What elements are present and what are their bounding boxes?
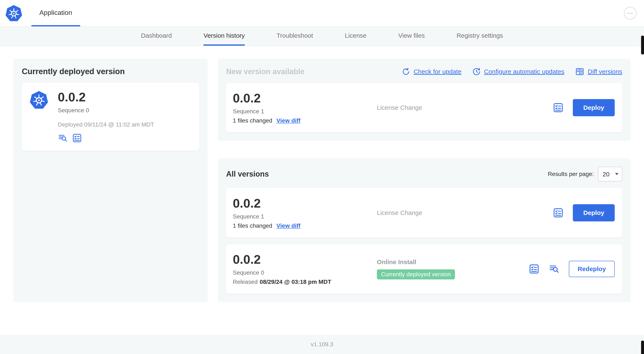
tab-label: Dashboard — [141, 32, 172, 39]
kubernetes-logo-icon — [5, 0, 22, 26]
files-changed-label: 1 files changed — [233, 117, 272, 124]
tab-registry-settings[interactable]: Registry settings — [456, 27, 503, 46]
files-changed-row: 1 files changed View diff — [233, 117, 371, 124]
deployed-timestamp: Deployed 09/11/24 @ 11:02 am MDT — [58, 121, 154, 128]
more-menu-button[interactable]: ⋯ — [624, 7, 636, 20]
source-label: Online Install — [377, 258, 529, 266]
tab-license[interactable]: License — [345, 27, 366, 46]
right-column: New version available Check for update — [218, 59, 630, 302]
new-version-header: New version available Check for update — [226, 67, 622, 76]
released-timestamp: 08/29/24 @ 03:18 pm MDT — [260, 279, 331, 285]
logs-icon — [549, 263, 560, 274]
version-source: License Change — [371, 104, 553, 111]
deployed-info: 0.0.2 Sequence 0 Deployed 09/11/24 @ 11:… — [58, 90, 154, 143]
scrollbar-thumb[interactable] — [641, 340, 644, 354]
scrollbar-thumb[interactable] — [641, 36, 644, 55]
deployed-version-number: 0.0.2 — [58, 90, 154, 104]
all-versions-title: All versions — [226, 170, 269, 178]
check-for-update-label[interactable]: Check for update — [414, 68, 461, 75]
logs-icon — [58, 133, 68, 143]
deploy-button[interactable]: Deploy — [573, 99, 615, 116]
new-version-card: 0.0.2 Sequence 1 1 files changed View di… — [226, 83, 622, 132]
version-actions: Deploy — [553, 204, 616, 221]
refresh-icon — [402, 68, 410, 76]
currently-deployed-panel: Currently deployed version — [14, 59, 208, 302]
version-source: Online Install Currently deployed versio… — [371, 258, 529, 279]
currently-deployed-card: 0.0.2 Sequence 0 Deployed 09/11/24 @ 11:… — [22, 83, 199, 151]
diff-versions-label[interactable]: Diff versions — [588, 68, 622, 75]
tab-troubleshoot[interactable]: Troubleshoot — [276, 27, 313, 46]
view-diff-link[interactable]: View diff — [276, 117, 300, 124]
check-for-update-link[interactable]: Check for update — [402, 68, 461, 76]
tab-view-files[interactable]: View files — [398, 27, 425, 46]
version-number: 0.0.2 — [233, 253, 371, 266]
diff-icon — [575, 67, 584, 76]
version-number: 0.0.2 — [233, 91, 371, 105]
footer: v1.109.3 — [0, 335, 644, 354]
checklist-icon — [553, 207, 564, 218]
results-per-page: Results per page: 20 — [548, 167, 622, 181]
version-actions: Deploy — [553, 99, 616, 116]
release-notes-button[interactable] — [529, 263, 540, 274]
version-info: 0.0.2 Sequence 1 1 files changed View di… — [233, 196, 371, 229]
checklist-icon — [72, 133, 82, 143]
version-info: 0.0.2 Sequence 1 1 files changed View di… — [233, 91, 371, 124]
new-version-title: New version available — [226, 67, 304, 76]
version-number: 0.0.2 — [233, 196, 371, 210]
version-sequence: Sequence 0 — [233, 269, 371, 276]
tab-label: Troubleshoot — [276, 32, 313, 39]
currently-deployed-title: Currently deployed version — [22, 67, 199, 76]
view-logs-button[interactable] — [549, 263, 560, 274]
source-label: License Change — [377, 209, 553, 216]
deploy-button[interactable]: Deploy — [573, 204, 615, 221]
tab-label: Version history — [204, 32, 245, 39]
schedule-update-icon — [472, 68, 481, 76]
version-sequence: Sequence 1 — [233, 108, 371, 115]
main-content: Currently deployed version — [0, 46, 644, 302]
version-actions: Redeploy — [529, 261, 616, 277]
deployed-icon-row — [58, 133, 154, 143]
ellipsis-icon: ⋯ — [627, 10, 634, 16]
topbar-spacer — [80, 0, 624, 26]
files-changed-row: 1 files changed View diff — [233, 222, 371, 229]
released-row: Released08/29/24 @ 03:18 pm MDT — [233, 279, 371, 285]
version-source: License Change — [371, 209, 553, 216]
checklist-icon — [529, 263, 540, 274]
all-versions-panel: All versions Results per page: 20 0.0.2 — [218, 158, 630, 302]
release-notes-button[interactable] — [553, 207, 564, 218]
version-row: 0.0.2 Sequence 0 Released08/29/24 @ 03:1… — [226, 244, 622, 294]
view-logs-button[interactable] — [58, 133, 68, 143]
all-versions-header: All versions Results per page: 20 — [226, 167, 622, 181]
checklist-icon — [553, 102, 564, 113]
diff-versions-link[interactable]: Diff versions — [575, 67, 622, 76]
top-header: Application ⋯ — [0, 0, 644, 27]
tab-label: View files — [398, 32, 425, 39]
app-tab[interactable]: Application — [32, 0, 80, 26]
version-info: 0.0.2 Sequence 0 Released08/29/24 @ 03:1… — [233, 253, 371, 285]
currently-deployed-badge: Currently deployed version — [377, 269, 455, 279]
results-per-page-label: Results per page: — [548, 171, 594, 177]
release-notes-button[interactable] — [72, 133, 82, 143]
tab-dashboard[interactable]: Dashboard — [141, 27, 172, 46]
app-tab-label: Application — [39, 9, 72, 17]
results-per-page-select-wrap: 20 — [598, 167, 622, 181]
view-diff-link[interactable]: View diff — [276, 222, 300, 229]
version-sequence: Sequence 1 — [233, 213, 371, 220]
page: Application ⋯ Dashboard Version history … — [0, 0, 644, 354]
tab-version-history[interactable]: Version history — [204, 27, 245, 46]
files-changed-label: 1 files changed — [233, 222, 272, 229]
results-per-page-select[interactable]: 20 — [598, 167, 622, 181]
released-label: Released — [233, 279, 258, 285]
new-version-panel: New version available Check for update — [218, 59, 630, 141]
app-nav: Dashboard Version history Troubleshoot L… — [0, 27, 644, 46]
source-label: License Change — [377, 104, 553, 111]
redeploy-button[interactable]: Redeploy — [569, 261, 615, 277]
configure-automatic-updates-label[interactable]: Configure automatic updates — [484, 68, 564, 75]
deployed-sequence: Sequence 0 — [58, 107, 154, 114]
configure-automatic-updates-link[interactable]: Configure automatic updates — [472, 68, 564, 76]
version-row: 0.0.2 Sequence 1 1 files changed View di… — [226, 188, 622, 237]
new-version-actions: Check for update Configure automatic up — [402, 67, 622, 76]
tab-label: Registry settings — [456, 32, 503, 39]
release-notes-button[interactable] — [553, 102, 564, 113]
console-version: v1.109.3 — [311, 341, 333, 348]
